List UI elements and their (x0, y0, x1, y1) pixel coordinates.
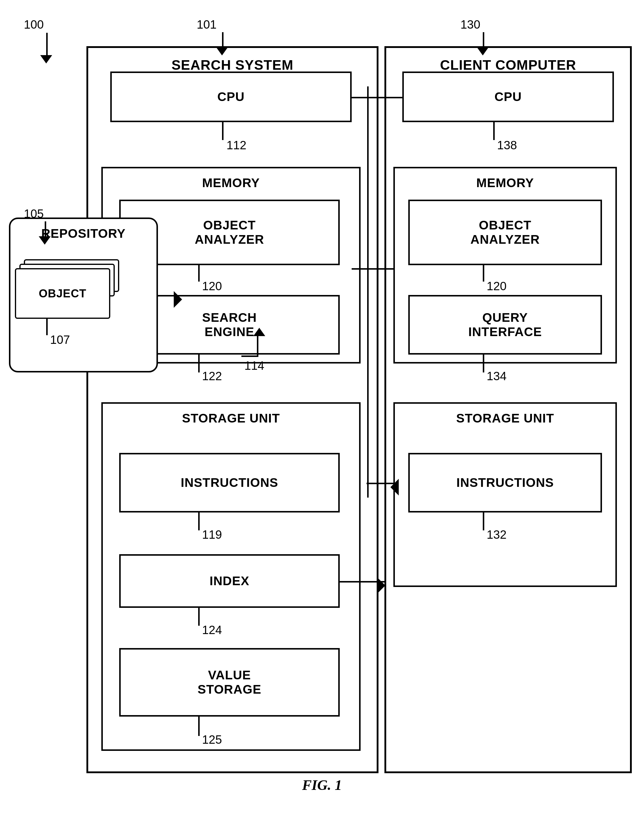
ref114-line-v (257, 336, 258, 357)
ref-119: 119 (202, 528, 222, 541)
ref120-search-line (198, 265, 200, 282)
arrowhead-130 (477, 47, 489, 55)
ref114-line-h (241, 356, 258, 357)
query-interface-box: QUERY INTERFACE (408, 295, 602, 354)
ref138-line (493, 122, 495, 140)
ref-100: 100 (24, 18, 44, 31)
object-analyzer-client-label: OBJECT ANALYZER (471, 218, 540, 247)
instructions-search-label: INSTRUCTIONS (181, 475, 278, 490)
instructions-client-box: INSTRUCTIONS (408, 453, 602, 512)
object-label: OBJECT (39, 287, 86, 300)
ref134-line (483, 354, 484, 372)
instructions-search-box: INSTRUCTIONS (119, 453, 340, 512)
memory-client-label: MEMORY (476, 176, 534, 190)
ref-107: 107 (50, 333, 70, 346)
cpu-search-label: CPU (217, 90, 245, 104)
ref125-line (198, 717, 200, 736)
cpu-client-box: CPU (402, 72, 614, 122)
vertical-bus-line (367, 86, 369, 498)
ref-125: 125 (202, 733, 222, 746)
ref124-line (198, 608, 200, 626)
ref105-line (45, 221, 46, 238)
storage-client-label: STORAGE UNIT (456, 411, 554, 426)
object-analyzer-client-box: OBJECT ANALYZER (408, 200, 602, 265)
ref-130: 130 (460, 18, 480, 31)
index-search-label: INDEX (210, 574, 249, 588)
search-engine-label: SEARCH ENGINE (202, 310, 257, 339)
index-search-box: INDEX (119, 554, 340, 608)
query-interface-label: QUERY INTERFACE (468, 310, 542, 339)
instructions-client-label: INSTRUCTIONS (457, 475, 554, 490)
ref-112: 112 (227, 138, 247, 152)
arrow-130-line (483, 32, 484, 49)
ref112-line (222, 122, 224, 140)
cpu-client-bus-left (385, 97, 402, 98)
arrowhead-101 (216, 47, 228, 55)
object-box: OBJECT (15, 268, 110, 319)
cpu-search-box: CPU (110, 72, 352, 122)
ref-101: 101 (197, 18, 217, 31)
ref-105: 105 (24, 207, 44, 221)
repository-label: REPOSITORY (41, 227, 126, 241)
fig-caption: FIG. 1 (302, 777, 342, 793)
value-storage-label: VALUE STORAGE (198, 668, 261, 697)
ref122-line (198, 354, 200, 372)
arrowhead-repo (174, 291, 188, 308)
ref107-line (46, 319, 48, 335)
ref-132: 132 (487, 528, 507, 541)
arrow-100 (46, 33, 48, 57)
ref-120-client: 120 (487, 279, 507, 293)
ref-120-search: 120 (202, 279, 222, 293)
diagram: 100 SEARCH SYSTEM 101 CPU 112 MEMORY 118… (0, 0, 644, 817)
object-analyzer-search-label: OBJECT ANALYZER (195, 218, 264, 247)
ref-122: 122 (202, 369, 222, 383)
value-storage-box: VALUE STORAGE (119, 648, 340, 717)
memory-client-bus (366, 268, 393, 270)
arrowhead-100 (40, 55, 52, 63)
ref-124: 124 (202, 623, 222, 637)
ref-114: 114 (244, 359, 264, 372)
ref-138: 138 (497, 138, 517, 152)
arrowhead-105 (39, 236, 51, 245)
repo-connect-line (158, 295, 176, 296)
ref-134: 134 (487, 369, 507, 383)
cpu-client-label: CPU (494, 90, 522, 104)
arrowhead-114 (253, 328, 265, 336)
client-computer-label: CLIENT COMPUTER (440, 57, 576, 73)
ref120-client-line (483, 265, 484, 282)
storage-search-label: STORAGE UNIT (182, 411, 280, 426)
ref119-line (198, 512, 200, 530)
ref132-line (483, 512, 484, 530)
arrow-101-line (222, 32, 224, 49)
arrowhead-storage-client (385, 479, 399, 495)
search-system-label: SEARCH SYSTEM (171, 57, 293, 73)
memory-search-label: MEMORY (202, 176, 259, 190)
